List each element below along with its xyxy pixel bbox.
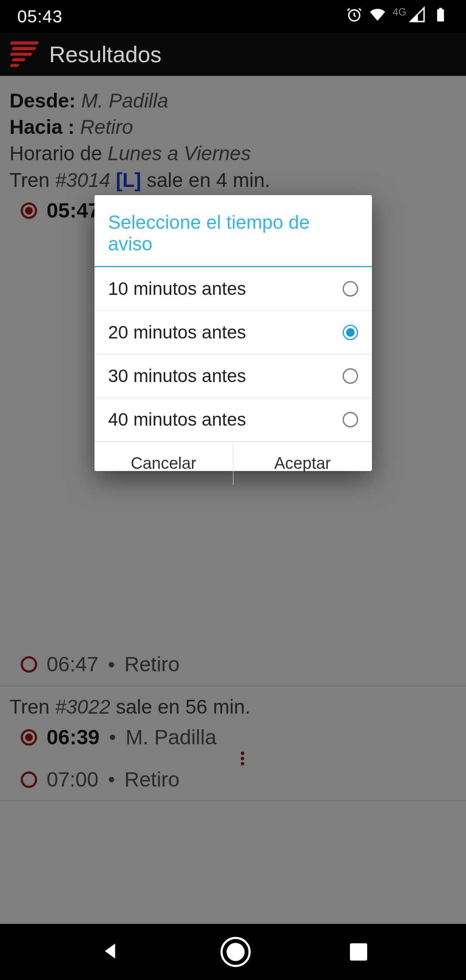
- option-label: 40 minutos antes: [108, 409, 246, 430]
- signal-icon: [409, 6, 425, 27]
- option-10min[interactable]: 10 minutos antes: [94, 267, 372, 311]
- status-bar: 05:43 4G: [0, 0, 466, 33]
- home-button[interactable]: [220, 937, 251, 967]
- option-30min[interactable]: 30 minutos antes: [94, 354, 372, 398]
- status-icons: 4G: [346, 6, 449, 27]
- option-label: 30 minutos antes: [108, 366, 246, 386]
- alert-time-dialog: Seleccione el tiempo de aviso 10 minutos…: [94, 195, 372, 471]
- svg-rect-2: [439, 8, 442, 10]
- radio-icon: [343, 368, 358, 384]
- app-logo-icon: [10, 39, 41, 70]
- page-title: Resultados: [49, 41, 161, 67]
- network-type: 4G: [393, 6, 406, 18]
- dialog-title: Seleccione el tiempo de aviso: [94, 195, 372, 266]
- option-label: 20 minutos antes: [108, 322, 246, 343]
- battery-icon: [432, 6, 449, 27]
- status-time: 05:43: [17, 7, 63, 26]
- accept-button[interactable]: Aceptar: [233, 442, 372, 485]
- recents-icon: [350, 943, 367, 961]
- option-label: 10 minutos antes: [108, 278, 246, 299]
- alarm-icon: [346, 6, 362, 27]
- radio-icon: [343, 281, 358, 297]
- recents-button[interactable]: [350, 943, 367, 961]
- option-20min[interactable]: 20 minutos antes: [94, 311, 372, 354]
- wifi-icon: [369, 6, 386, 27]
- svg-rect-1: [437, 9, 444, 21]
- action-bar: Resultados: [0, 33, 466, 76]
- home-icon: [220, 937, 251, 967]
- cancel-button[interactable]: Cancelar: [94, 442, 233, 485]
- dialog-options: 10 minutos antes 20 minutos antes 30 min…: [94, 267, 372, 442]
- radio-icon: [343, 412, 358, 427]
- option-40min[interactable]: 40 minutos antes: [94, 398, 372, 442]
- navigation-bar: [0, 924, 466, 980]
- radio-icon: [343, 325, 358, 340]
- back-button[interactable]: [99, 940, 122, 964]
